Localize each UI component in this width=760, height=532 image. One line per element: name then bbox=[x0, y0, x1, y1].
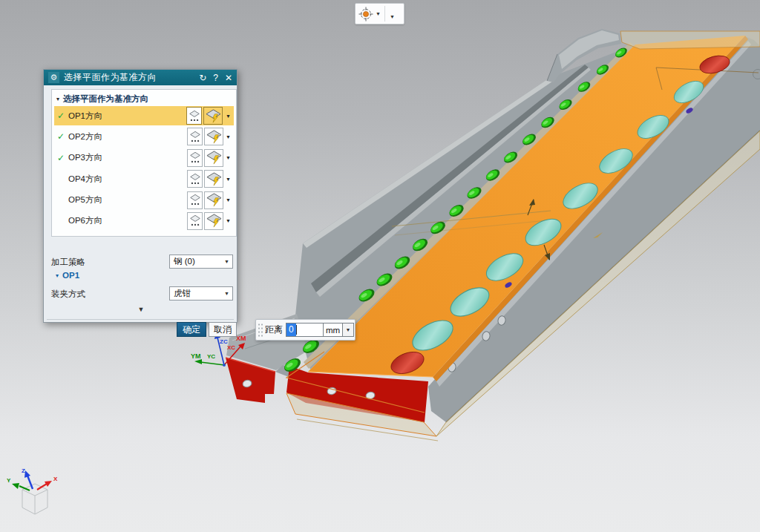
text-caret bbox=[296, 325, 297, 335]
strategy-label: 加工策略 bbox=[51, 257, 85, 268]
cancel-button[interactable]: 取消 bbox=[209, 322, 237, 337]
row-label: OP1方向 bbox=[68, 111, 186, 122]
distance-unit[interactable]: mm bbox=[324, 323, 343, 337]
clamp-dropdown[interactable]: 虎钳 ▼ bbox=[169, 286, 233, 301]
cube-y-label: Y bbox=[7, 477, 11, 484]
select-object-button[interactable] bbox=[187, 191, 203, 209]
drag-handle-icon[interactable] bbox=[258, 323, 263, 338]
yc-axis-label: YC bbox=[207, 353, 215, 360]
op1-group-header[interactable]: ▾ OP1 bbox=[56, 271, 79, 280]
strategy-value: 钢 (0) bbox=[174, 256, 195, 267]
y-axis-arrow[interactable] bbox=[194, 359, 202, 364]
section-collapse-caret[interactable]: ▾ bbox=[56, 96, 59, 102]
plane-options-caret[interactable]: ▼ bbox=[223, 191, 234, 210]
distance-input-bar[interactable]: 距离 0 mm ▼ bbox=[255, 319, 356, 341]
cube-y-arrow[interactable] bbox=[12, 483, 19, 489]
row-op1[interactable]: ✓ OP1方向 ▼ bbox=[54, 106, 234, 125]
select-object-button[interactable] bbox=[187, 149, 203, 167]
strategy-dropdown[interactable]: 钢 (0) ▼ bbox=[169, 254, 233, 269]
section-header-label: 选择平面作为基准方向 bbox=[63, 93, 148, 105]
check-icon: ✓ bbox=[57, 153, 68, 163]
select-object-button[interactable] bbox=[187, 128, 203, 145]
clamp-label: 装夹方式 bbox=[51, 289, 85, 300]
dropdown-caret-icon[interactable]: ▼ bbox=[224, 291, 232, 296]
group-collapse-caret[interactable]: ▾ bbox=[56, 272, 59, 279]
row-op4[interactable]: OP4方向 ▼ bbox=[54, 169, 234, 188]
dropdown-caret-icon[interactable]: ▼ bbox=[224, 259, 232, 264]
close-icon[interactable]: ✕ bbox=[225, 73, 232, 82]
select-object-button[interactable] bbox=[187, 170, 203, 188]
datum-plane-far[interactable] bbox=[620, 31, 760, 49]
plane-dialog-button[interactable] bbox=[204, 191, 223, 209]
row-op5[interactable]: OP5方向 ▼ bbox=[54, 191, 234, 210]
row-label: OP6方向 bbox=[68, 215, 187, 226]
row-label: OP4方向 bbox=[68, 174, 187, 185]
distance-value-selected: 0 bbox=[286, 324, 296, 336]
plane-dialog-button[interactable] bbox=[204, 149, 223, 167]
plane-options-caret[interactable]: ▼ bbox=[223, 211, 234, 231]
datum-csys-target-icon[interactable] bbox=[358, 6, 374, 22]
floating-mini-toolbar[interactable]: ▼ ▼ bbox=[355, 3, 404, 24]
dialog-body: ▾ 选择平面作为基准方向 ✓ OP1方向 ▼ ✓ OP2方向 ▼ ✓ OP3方向 bbox=[44, 85, 237, 324]
plane-dialog-button[interactable] bbox=[204, 128, 223, 145]
plane-options-caret[interactable]: ▼ bbox=[223, 148, 234, 168]
plane-options-caret[interactable]: ▼ bbox=[223, 127, 234, 146]
distance-label: 距离 bbox=[265, 324, 283, 336]
plane-dialog-button[interactable] bbox=[203, 107, 223, 125]
more-options-expander[interactable]: ▼ bbox=[44, 306, 238, 313]
op1-group-label: OP1 bbox=[62, 271, 79, 280]
cube-x-label: X bbox=[53, 476, 58, 482]
plane-options-caret[interactable]: ▼ bbox=[223, 169, 234, 188]
row-op3[interactable]: ✓ OP3方向 ▼ bbox=[54, 148, 234, 168]
wcs-origin[interactable] bbox=[223, 364, 226, 367]
dialog-title: 选择平面作为基准方向 bbox=[64, 71, 192, 84]
gear-icon: ⚙ bbox=[48, 72, 59, 83]
distance-input[interactable]: 0 bbox=[286, 323, 324, 337]
cube-z-label: Z bbox=[22, 467, 25, 474]
select-object-button[interactable] bbox=[186, 107, 202, 125]
ym-axis-label: YM bbox=[191, 352, 201, 360]
xc-axis-label: XC bbox=[227, 344, 235, 351]
check-icon: ✓ bbox=[57, 131, 68, 142]
toolbar-separator bbox=[384, 6, 385, 22]
toolbar-more-caret[interactable]: ▼ bbox=[390, 14, 395, 19]
row-label: OP3方向 bbox=[68, 152, 187, 163]
button-divider bbox=[47, 319, 234, 320]
row-op2[interactable]: ✓ OP2方向 ▼ bbox=[54, 127, 234, 146]
ok-button[interactable]: 确定 bbox=[177, 322, 206, 337]
cad-model-part[interactable] bbox=[226, 29, 760, 441]
clamp-value: 虎钳 bbox=[174, 288, 191, 299]
view-cube[interactable]: Z X Y bbox=[7, 467, 58, 514]
dialog-titlebar[interactable]: ⚙ 选择平面作为基准方向 ↻ ? ✕ bbox=[44, 70, 237, 85]
reset-icon[interactable]: ↻ bbox=[199, 73, 206, 82]
cube-z-arrow[interactable] bbox=[24, 470, 30, 478]
target-dropdown-caret[interactable]: ▼ bbox=[376, 11, 381, 16]
row-label: OP2方向 bbox=[68, 131, 187, 142]
help-icon[interactable]: ? bbox=[213, 73, 218, 82]
xm-axis-label: XM bbox=[236, 335, 246, 342]
row-op6[interactable]: OP6方向 ▼ bbox=[54, 211, 234, 231]
row-label: OP5方向 bbox=[68, 194, 187, 206]
section-header[interactable]: ▾ 选择平面作为基准方向 bbox=[53, 92, 235, 106]
plane-options-caret[interactable]: ▼ bbox=[223, 106, 234, 125]
check-icon: ✓ bbox=[57, 111, 68, 121]
plane-list-panel: ▾ 选择平面作为基准方向 ✓ OP1方向 ▼ ✓ OP2方向 ▼ ✓ OP3方向 bbox=[51, 89, 237, 237]
plane-dialog-button[interactable] bbox=[204, 170, 223, 188]
select-object-button[interactable] bbox=[187, 212, 203, 230]
plane-dialog-button[interactable] bbox=[204, 212, 223, 230]
select-plane-dialog[interactable]: ⚙ 选择平面作为基准方向 ↻ ? ✕ ▾ 选择平面作为基准方向 ✓ OP1方向 … bbox=[43, 69, 238, 323]
unit-dropdown-caret[interactable]: ▼ bbox=[343, 323, 354, 337]
